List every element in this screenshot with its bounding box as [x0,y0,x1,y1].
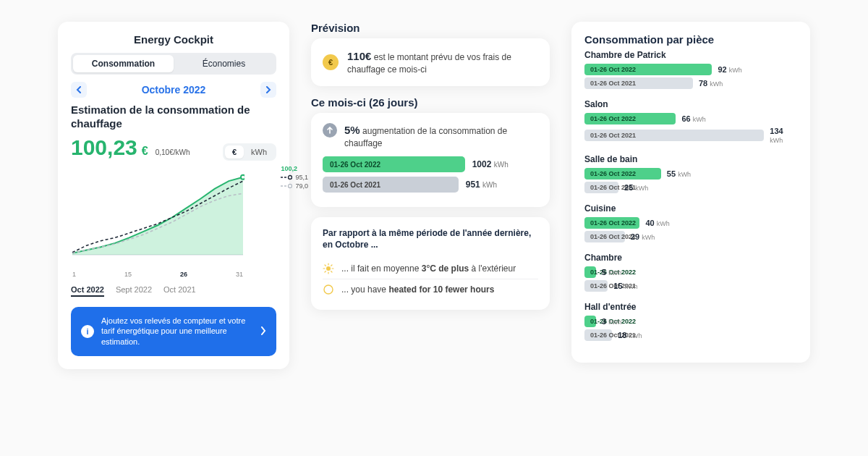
svg-point-1 [241,174,244,179]
sun-icon [323,263,334,274]
svg-point-5 [289,184,292,187]
month-label: Octobre 2022 [142,84,206,96]
compare-heading: Par rapport à la même période de l'année… [323,227,538,250]
svg-line-12 [331,271,332,271]
room-bar-prev: 01-26 Oct 2021 29 kWh [584,231,797,242]
tab-consommation[interactable]: Consommation [73,55,174,72]
rate-label: 0,10€/kWh [156,148,190,156]
room-bar-current: 01-26 Oct 2022 55 kWh [584,168,797,180]
comparison-bar: 01-26 Oct 2021951 kWh [323,177,538,193]
room-name: Cuisine [584,203,797,214]
room-value-prev: 15 kWh [613,282,637,290]
unit-kwh[interactable]: kWh [244,145,274,159]
room-value-prev: 18 kWh [618,331,642,339]
room-bar-current: 01-26 Oct 2022 66 kWh [584,113,797,124]
room-bar-label: 01-26 Oct 2022 [584,316,596,327]
compare-hours-text: ... you have heated for 10 fewer hours [341,284,494,295]
room-block: Salle de bain 01-26 Oct 2022 55 kWh 01-2… [584,154,797,193]
svg-point-6 [326,266,331,271]
next-month-button[interactable] [260,82,276,98]
room-bar-label: 01-26 Oct 2022 [584,217,639,229]
thismonth-section: Ce mois-ci (26 jours) 5% augmentation de… [311,96,550,207]
room-block: Cuisine 01-26 Oct 2022 40 kWh 01-26 Oct … [584,203,797,242]
moon-icon [323,284,334,295]
room-bar-current: 01-26 Oct 2022 5 kWh [584,266,797,278]
thismonth-card: 5% augmentation de la consommation de ch… [311,113,550,207]
room-bar-label: 01-26 Oct 2021 [584,77,693,89]
arrow-up-icon [323,123,337,138]
room-block: Chambre de Patrick 01-26 Oct 2022 92 kWh… [584,50,797,89]
forecast-title: Prévision [311,22,550,34]
period-tab-sept22[interactable]: Sept 2022 [116,285,152,297]
prev-month-button[interactable] [71,82,87,98]
room-bar-current: 01-26 Oct 2022 3 kWh [584,316,797,327]
room-block: Salon 01-26 Oct 2022 66 kWh 01-26 Oct 20… [584,99,797,144]
room-value-prev: 134 kWh [770,127,797,144]
estimate-heading: Estimation de la consommation de chauffa… [71,104,276,131]
room-value-prev: 29 kWh [631,232,655,241]
room-value-current: 66 kWh [681,114,705,123]
room-bar-label: 01-26 Oct 2022 [584,168,661,180]
segmented-control: Consommation Économies [71,53,276,75]
compare-card: Par rapport à la même période de l'année… [311,217,550,309]
estimate-amount: 100,23 [71,135,137,160]
room-bar-label: 01-26 Oct 2022 [584,266,596,278]
bar-value: 1002 kWh [472,159,509,169]
increase-text: 5% augmentation de la consommation de ch… [344,123,538,149]
room-bar-prev: 01-26 Oct 2021 18 kWh [584,329,797,341]
room-bar-label: 01-26 Oct 2022 [584,64,712,75]
increase-pct: 5% [344,124,360,136]
forecast-section: Prévision € 110€ est le montant prévu de… [311,22,550,86]
room-bar-prev: 01-26 Oct 2021 25 kWh [584,182,797,193]
period-tabs: Oct 2022 Sept 2022 Oct 2021 [71,285,244,297]
room-bar-label: 01-26 Oct 2022 [584,113,676,124]
forecast-suffix: est le montant prévu de vos frais de cha… [347,52,511,75]
period-tab-oct22[interactable]: Oct 2022 [71,285,104,297]
room-name: Chambre de Patrick [584,50,797,60]
chevron-right-icon [260,325,266,338]
unit-switch: € kWh [223,143,276,161]
consumption-chart: 1152631 100,2 95,1 79,0 [71,165,276,278]
room-bar-label: 01-26 Oct 2021 [584,130,764,141]
compare-temp-text: ... il fait en moyenne 3°C de plus à l'e… [341,263,516,274]
room-bar-label: 01-26 Oct 2021 [584,329,612,341]
room-value-current: 92 kWh [718,65,741,74]
comparison-bar: 01-26 Oct 20221002 kWh [323,156,538,172]
legend-prev: 95,1 [295,174,308,181]
info-icon: i [81,325,94,338]
room-value-prev: 25 kWh [624,183,648,192]
room-bar-label: 01-26 Oct 2021 [584,280,608,292]
compare-hours-row: ... you have heated for 10 fewer hours [323,279,538,300]
svg-line-13 [325,271,326,271]
room-bar-label: 01-26 Oct 2021 [584,182,618,193]
bar-label: 01-26 Oct 2021 [323,177,459,193]
currency-symbol: € [142,145,148,158]
legend-current: 100,2 [281,165,308,172]
svg-line-11 [325,265,326,266]
middle-column: Prévision € 110€ est le montant prévu de… [311,22,550,310]
room-name: Salle de bain [584,154,797,164]
bar-value: 951 kWh [466,180,497,190]
thismonth-title: Ce mois-ci (26 jours) [311,96,550,109]
room-value-current: 40 kWh [645,219,669,227]
euro-icon: € [323,54,339,70]
amount-row: 100,23 € 0,10€/kWh € kWh [71,135,276,161]
forecast-card: € 110€ est le montant prévu de vos frais… [311,38,550,86]
chart-xaxis: 1152631 [71,269,244,278]
room-block: Hall d'entrée 01-26 Oct 2022 3 kWh 01-26… [584,302,797,341]
banner-text: Ajoutez vos relevés de compteur et votre… [101,316,253,348]
svg-line-14 [331,265,332,266]
room-bar-prev: 01-26 Oct 2021 134 kWh [584,127,797,144]
info-banner[interactable]: i Ajoutez vos relevés de compteur et vot… [71,307,276,357]
room-bar-current: 01-26 Oct 2022 92 kWh [584,64,797,75]
month-navigator: Octobre 2022 [71,82,276,98]
room-value-current: 3 kWh [602,317,621,326]
room-value-current: 55 kWh [667,169,691,178]
room-name: Chambre [584,253,797,263]
unit-euro[interactable]: € [225,145,244,159]
period-tab-oct21[interactable]: Oct 2021 [163,285,196,297]
tab-economies[interactable]: Économies [174,55,274,72]
room-value-current: 5 kWh [602,268,621,276]
room-block: Chambre 01-26 Oct 2022 5 kWh 01-26 Oct 2… [584,253,797,292]
page-title: Energy Cockpit [71,33,276,46]
